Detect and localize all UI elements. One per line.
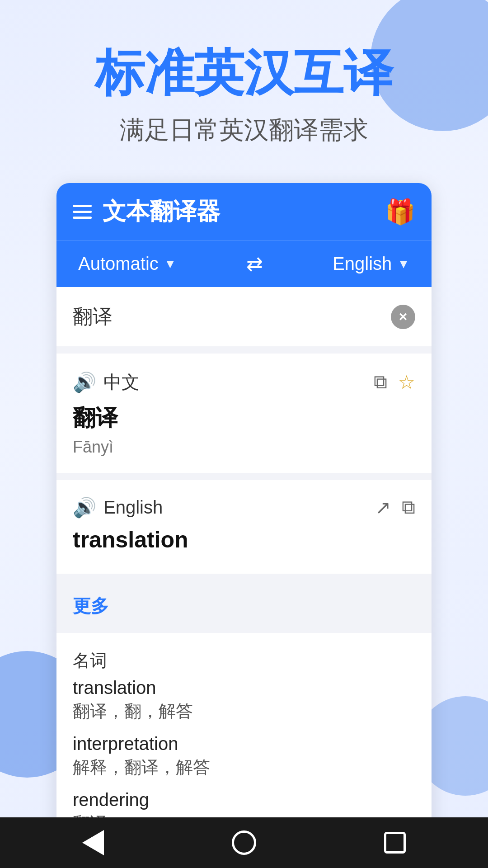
- chinese-main-text: 翻译: [73, 403, 415, 433]
- copy-english-button[interactable]: ⧉: [402, 496, 415, 519]
- open-external-button[interactable]: ↗: [375, 496, 391, 519]
- app-title: 文本翻译器: [103, 196, 220, 227]
- word-en-2: interpretation: [73, 734, 415, 754]
- gift-button[interactable]: 🎁: [385, 198, 415, 226]
- word-cn-2: 解释，翻译，解答: [73, 756, 415, 779]
- target-language-label: English: [333, 254, 392, 274]
- chinese-card-header: 🔊 中文 ⧉ ☆: [73, 370, 415, 395]
- back-icon: [82, 830, 104, 855]
- word-en-1: translation: [73, 678, 415, 698]
- english-card-header-left: 🔊 English: [73, 496, 163, 519]
- english-main-text: translation: [73, 527, 415, 553]
- home-icon: [232, 830, 256, 855]
- recents-icon: [384, 832, 406, 854]
- header-title: 标准英汉互译: [27, 45, 461, 100]
- clear-icon: ×: [399, 308, 408, 325]
- app-topbar: 文本翻译器 🎁: [56, 183, 432, 240]
- back-button[interactable]: [82, 830, 104, 855]
- home-button[interactable]: [232, 830, 256, 855]
- target-language-selector[interactable]: English ▼: [333, 254, 410, 274]
- english-card-header: 🔊 English ↗ ⧉: [73, 496, 415, 519]
- word-cn-1: 翻译，翻，解答: [73, 700, 415, 723]
- language-bar: Automatic ▼ ⇄ English ▼: [56, 240, 432, 287]
- chinese-lang-label: 中文: [103, 370, 140, 395]
- header-subtitle: 满足日常英汉翻译需求: [27, 113, 461, 147]
- word-en-3: rendering: [73, 790, 415, 810]
- target-lang-arrow-icon: ▼: [397, 257, 410, 271]
- english-sound-button[interactable]: 🔊: [73, 496, 96, 519]
- chinese-result-card: 🔊 中文 ⧉ ☆ 翻译 Fānyì: [56, 354, 432, 473]
- english-card-actions: ↗ ⧉: [375, 496, 415, 519]
- more-label: 更多: [73, 596, 109, 616]
- english-lang-label: English: [103, 497, 163, 518]
- word-entry-1: translation 翻译，翻，解答: [73, 678, 415, 723]
- chinese-card-header-left: 🔊 中文: [73, 370, 140, 395]
- chinese-card-actions: ⧉ ☆: [374, 371, 415, 393]
- english-result-card: 🔊 English ↗ ⧉ translation: [56, 480, 432, 574]
- content-area: 翻译 × 🔊 中文 ⧉ ☆ 翻译 Fānyì: [56, 287, 432, 862]
- pos-label: 名词: [73, 649, 415, 672]
- hamburger-menu-button[interactable]: [73, 205, 92, 219]
- copy-chinese-button[interactable]: ⧉: [374, 371, 387, 393]
- source-language-label: Automatic: [78, 254, 159, 274]
- source-language-selector[interactable]: Automatic ▼: [78, 254, 177, 274]
- input-text[interactable]: 翻译: [73, 303, 391, 330]
- more-section: 更多: [56, 581, 432, 626]
- bottom-nav: [0, 817, 488, 868]
- source-lang-arrow-icon: ▼: [164, 257, 177, 271]
- swap-languages-button[interactable]: ⇄: [246, 252, 263, 275]
- chinese-phonetic: Fānyì: [73, 438, 415, 457]
- app-container: 文本翻译器 🎁 Automatic ▼ ⇄ English ▼ 翻译 × 🔊: [56, 183, 432, 862]
- input-box: 翻译 ×: [56, 287, 432, 346]
- app-topbar-left: 文本翻译器: [73, 196, 220, 227]
- recents-button[interactable]: [384, 832, 406, 854]
- word-entry-2: interpretation 解释，翻译，解答: [73, 734, 415, 779]
- favorite-button[interactable]: ☆: [398, 371, 415, 393]
- clear-button[interactable]: ×: [391, 305, 415, 329]
- header-section: 标准英汉互译 满足日常英汉翻译需求: [0, 0, 488, 165]
- chinese-sound-button[interactable]: 🔊: [73, 371, 96, 393]
